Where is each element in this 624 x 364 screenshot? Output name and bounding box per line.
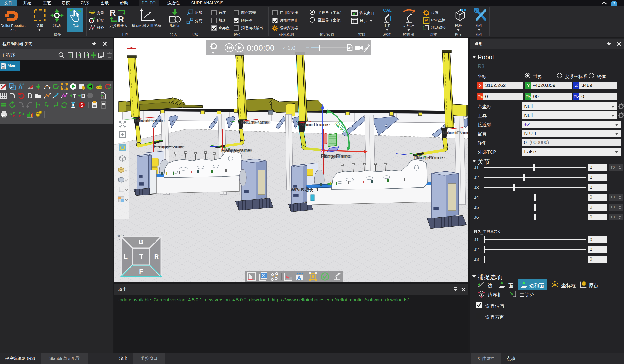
svg-text:R: R — [110, 8, 116, 17]
svg-text:A: A — [18, 84, 23, 91]
svg-text:s: s — [103, 95, 104, 99]
svg-text:A: A — [297, 274, 301, 281]
svg-text:1.0: 1.0 — [287, 45, 295, 51]
svg-text:F: F — [139, 268, 143, 275]
svg-text:MountFrame: MountFrame — [137, 118, 165, 123]
svg-text:B: B — [138, 238, 143, 246]
svg-text:FlangeFrame: FlangeFrame — [323, 153, 352, 159]
svg-text:0:00:00: 0:00:00 — [247, 43, 274, 52]
svg-text:FlangeFrame: FlangeFrame — [416, 155, 445, 160]
svg-text:B: B — [81, 92, 85, 99]
svg-text:T: T — [73, 92, 76, 99]
svg-text:FlangeFrame: FlangeFrame — [156, 144, 185, 149]
svg-text:MountFrame: MountFrame — [445, 130, 468, 136]
svg-text:L: L — [124, 253, 128, 260]
svg-text:A: A — [348, 46, 350, 50]
svg-text:R: R — [118, 14, 124, 23]
svg-text:x: x — [283, 46, 285, 50]
svg-text:FlangeFrame: FlangeFrame — [223, 148, 252, 153]
svg-text:T: T — [139, 253, 143, 260]
svg-text:WPaB增长_1: WPaB增长_1 — [291, 187, 319, 192]
svg-text:MountFrame: MountFrame — [243, 119, 271, 125]
svg-text:S: S — [80, 103, 83, 108]
svg-text:MountFrame: MountFrame — [302, 122, 330, 127]
svg-text:R: R — [154, 253, 159, 260]
